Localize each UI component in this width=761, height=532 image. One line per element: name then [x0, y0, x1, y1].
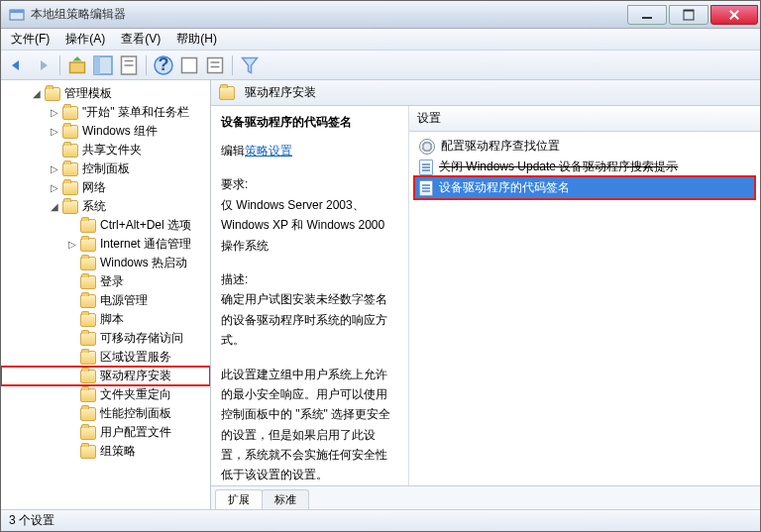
detail-body: 设备驱动程序的代码签名 编辑策略设置 要求: 仅 Windows Server … — [211, 106, 760, 485]
folder-icon — [80, 275, 96, 289]
detail-header: 驱动程序安装 — [211, 80, 760, 106]
tree-item[interactable]: 区域设置服务 — [1, 348, 210, 367]
tree-item[interactable]: ▷"开始" 菜单和任务栏 — [1, 103, 210, 122]
menu-file[interactable]: 文件(F) — [3, 29, 57, 50]
detail-panel: 驱动程序安装 设备驱动程序的代码签名 编辑策略设置 要求: 仅 Windows … — [211, 80, 760, 509]
tree-label: 用户配置文件 — [100, 424, 171, 441]
tree-item[interactable]: 组策略 — [1, 442, 210, 461]
tree-item[interactable]: 性能控制面板 — [1, 404, 210, 423]
titlebar: 本地组策略编辑器 — [1, 1, 760, 29]
window-title: 本地组策略编辑器 — [31, 6, 627, 23]
svg-text:?: ? — [159, 53, 169, 73]
tree-panel[interactable]: ◢ 管理模板 ▷"开始" 菜单和任务栏 ▷Windows 组件 共享文件夹 ▷控… — [1, 80, 211, 509]
expand-icon[interactable]: ▷ — [49, 126, 60, 138]
desc-label: 描述: — [221, 269, 398, 289]
settings-list[interactable]: 配置驱动程序查找位置 关闭 Windows Update 设备驱动程序搜索提示 … — [409, 132, 760, 485]
list-item-label: 配置驱动程序查找位置 — [441, 138, 560, 155]
tree-item[interactable]: ▷网络 — [1, 178, 210, 197]
list-button[interactable] — [203, 53, 227, 77]
tree-item[interactable]: 文件夹重定向 — [1, 385, 210, 404]
folder-icon — [62, 200, 78, 214]
folder-icon — [80, 388, 96, 402]
folder-icon — [62, 106, 78, 120]
tree-item-system[interactable]: ◢系统 — [1, 197, 210, 216]
close-button[interactable] — [710, 5, 758, 25]
tree-label: 脚本 — [100, 311, 124, 328]
statusbar: 3 个设置 — [1, 509, 760, 531]
minimize-button[interactable] — [627, 5, 667, 25]
expand-icon[interactable]: ▷ — [49, 163, 60, 175]
tree-item[interactable]: Ctrl+Alt+Del 选项 — [1, 216, 210, 235]
spacer — [66, 333, 78, 345]
export-button[interactable] — [177, 53, 201, 77]
tree-label: 文件夹重定向 — [100, 386, 171, 403]
app-window: 本地组策略编辑器 文件(F) 操作(A) 查看(V) 帮助(H) ? ◢ — [0, 0, 761, 532]
folder-icon — [219, 86, 235, 100]
tree-item[interactable]: 脚本 — [1, 310, 210, 329]
svg-rect-9 — [182, 57, 197, 72]
spacer — [66, 258, 78, 269]
tree-item[interactable]: ▷控制面板 — [1, 160, 210, 178]
tree-item-driver-install[interactable]: 驱动程序安装 — [1, 367, 210, 385]
folder-icon — [80, 219, 96, 233]
description-pane: 设备驱动程序的代码签名 编辑策略设置 要求: 仅 Windows Server … — [211, 106, 409, 485]
spacer — [66, 314, 78, 326]
maximize-button[interactable] — [669, 5, 708, 25]
tree-item[interactable]: 电源管理 — [1, 291, 210, 310]
tree-label: 控制面板 — [82, 160, 130, 177]
svg-rect-3 — [94, 56, 100, 74]
forward-button[interactable] — [31, 53, 54, 77]
toolbar-separator — [232, 55, 233, 75]
window-controls — [627, 5, 760, 25]
list-item-label: 设备驱动程序的代码签名 — [439, 179, 570, 196]
spacer — [66, 427, 78, 439]
back-button[interactable] — [5, 53, 29, 77]
tree-label: 登录 — [100, 273, 124, 290]
properties-button[interactable] — [117, 53, 141, 77]
spacer — [66, 220, 78, 232]
tree-label: Windows 组件 — [82, 123, 158, 140]
collapse-icon[interactable]: ◢ — [49, 201, 60, 213]
toolbar: ? — [1, 51, 760, 80]
folder-icon — [80, 332, 96, 346]
list-item[interactable]: 配置驱动程序查找位置 — [415, 136, 754, 157]
edit-policy-link[interactable]: 策略设置 — [245, 144, 292, 158]
tree-item[interactable]: 共享文件夹 — [1, 141, 210, 160]
folder-icon — [80, 257, 96, 270]
svg-rect-10 — [208, 57, 223, 72]
tree-item[interactable]: Windows 热启动 — [1, 254, 210, 272]
column-header-setting[interactable]: 设置 — [409, 106, 760, 132]
list-item[interactable]: 关闭 Windows Update 设备驱动程序搜索提示 — [415, 157, 754, 177]
menu-action[interactable]: 操作(A) — [57, 29, 113, 50]
menu-help[interactable]: 帮助(H) — [168, 29, 225, 50]
requirements: 要求: 仅 Windows Server 2003、Windows XP 和 W… — [221, 174, 398, 256]
tree-item[interactable]: 登录 — [1, 272, 210, 291]
up-button[interactable] — [65, 53, 89, 77]
desc-body: 确定用户试图安装未经数字签名的设备驱动程序时系统的响应方式。 — [221, 289, 398, 350]
svg-rect-1 — [10, 10, 24, 13]
show-hide-tree-button[interactable] — [91, 53, 115, 77]
filter-button[interactable] — [238, 53, 262, 77]
expand-icon[interactable]: ▷ — [49, 107, 60, 119]
tree-root[interactable]: ◢ 管理模板 — [1, 84, 210, 103]
tree-item[interactable]: ▷Windows 组件 — [1, 122, 210, 141]
tree-item[interactable]: 可移动存储访问 — [1, 329, 210, 348]
tree-label: Internet 通信管理 — [100, 236, 191, 253]
tree-item[interactable]: 用户配置文件 — [1, 423, 210, 442]
tree-item[interactable]: ▷Internet 通信管理 — [1, 235, 210, 254]
help-button[interactable]: ? — [152, 53, 175, 77]
expand-icon[interactable]: ▷ — [66, 239, 78, 251]
folder-icon — [80, 294, 96, 308]
folder-icon — [80, 351, 96, 365]
tree-label: Ctrl+Alt+Del 选项 — [100, 217, 191, 234]
req-body: 仅 Windows Server 2003、Windows XP 和 Windo… — [221, 195, 398, 256]
gear-icon — [419, 139, 435, 155]
expand-icon[interactable]: ▷ — [49, 182, 60, 194]
menu-view[interactable]: 查看(V) — [113, 29, 168, 50]
tab-standard[interactable]: 标准 — [262, 489, 309, 509]
list-item-code-signing[interactable]: 设备驱动程序的代码签名 — [415, 177, 754, 198]
tab-extended[interactable]: 扩展 — [215, 489, 263, 509]
tree-label: 管理模板 — [64, 85, 112, 102]
collapse-icon[interactable]: ◢ — [31, 88, 43, 100]
desc-body2: 此设置建立组中用户系统上允许的最小安全响应。用户可以使用控制面板中的 "系统" … — [221, 365, 398, 485]
